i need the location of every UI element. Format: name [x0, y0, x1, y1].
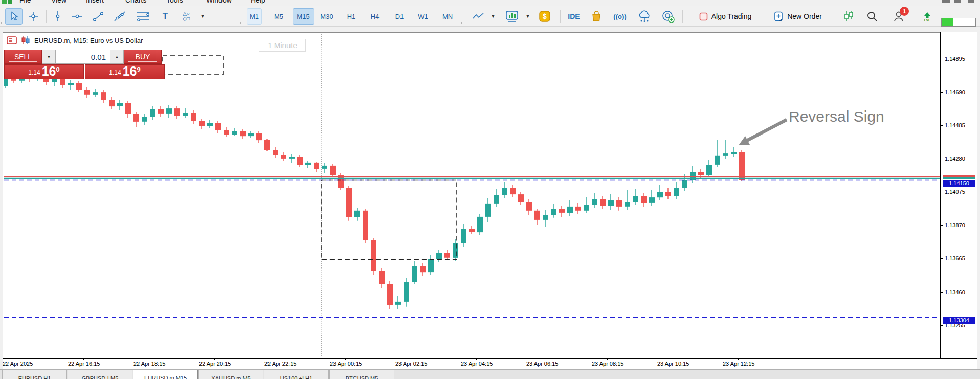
ask-price-display: 1.14 16 9	[85, 64, 165, 79]
menu-tools[interactable]: Tools	[166, 0, 183, 4]
signals-button[interactable]: ((o))	[609, 8, 631, 25]
mini-candles-icon[interactable]	[21, 36, 30, 44]
profile-button[interactable]: 1	[890, 8, 908, 25]
timeframe-d1[interactable]: D1	[392, 8, 407, 25]
timeframe-m1[interactable]: M1	[247, 8, 262, 25]
timeframe-m30[interactable]: M30	[316, 8, 338, 25]
indicators-button[interactable]	[501, 8, 523, 25]
sell-button[interactable]: SELL	[4, 50, 42, 64]
time-label: 23 Apr 00:15	[330, 361, 362, 367]
chart-tab-btcusd-m5[interactable]: BTCUSD,M5	[329, 370, 394, 379]
menu-window[interactable]: Window	[206, 0, 232, 4]
price-axis[interactable]: 1.148951.146901.144851.142801.140751.138…	[940, 32, 977, 358]
price-tick: 1.14280	[941, 155, 977, 162]
time-tick	[280, 359, 280, 360]
fibo-lines-tool-button[interactable]	[132, 8, 154, 25]
depth-candles-icon	[842, 10, 855, 23]
time-label: 22 Apr 20:15	[199, 361, 231, 367]
toolbar-grip[interactable]	[461, 10, 463, 24]
chevron-down-icon: ▼	[491, 14, 496, 19]
time-axis[interactable]: 22 Apr 202522 Apr 16:1522 Apr 18:1522 Ap…	[3, 358, 977, 369]
ide-label: IDE	[568, 12, 580, 20]
chart-type-dropdown[interactable]: ▼	[489, 8, 497, 25]
chevron-down-icon: ▼	[201, 14, 205, 19]
chart-tab-xauusd-m-m5[interactable]: XAUUSD.m,M5	[198, 370, 263, 379]
trendline-tool-button[interactable]	[88, 8, 108, 25]
volume-down-button[interactable]: ▼	[42, 50, 56, 64]
community-icon	[661, 10, 675, 23]
indicators-dropdown[interactable]: ▼	[524, 8, 532, 25]
channel-tool-button[interactable]	[109, 8, 130, 25]
algo-trading-button[interactable]: Algo Trading	[687, 8, 763, 25]
dollar-button[interactable]: $	[536, 8, 553, 25]
timeframe-h1[interactable]: H1	[344, 8, 359, 25]
toolbar-separator	[835, 10, 835, 23]
time-tick	[149, 359, 149, 360]
depth-of-market-button[interactable]	[840, 8, 857, 25]
time-label: 23 Apr 06:15	[526, 361, 558, 367]
menu-help[interactable]: Help	[251, 0, 265, 4]
svg-text:$: $	[543, 12, 547, 20]
search-button[interactable]	[863, 8, 881, 25]
chart-title: EURUSD.m, M15: Euro vs US Dollar	[34, 37, 143, 44]
close-button[interactable]	[968, 0, 974, 3]
chart-tab-eurusd-m-m15[interactable]: EURUSD.m,M15	[133, 370, 198, 379]
market-bag-icon	[591, 10, 602, 23]
shapes-dropdown[interactable]: ▼	[198, 8, 207, 25]
vertical-line-tool-button[interactable]	[49, 8, 66, 25]
price-tick: 1.14075	[941, 189, 977, 195]
time-tick	[607, 359, 608, 360]
horizontal-line-tool-button[interactable]	[69, 8, 86, 25]
maximize-button[interactable]	[954, 0, 961, 3]
level-button[interactable]: LVL	[924, 12, 931, 22]
one-click-trading-panel: SELL ▼ 0.01 ▲ BUY 1.14 16 0 1.14 16 9	[4, 50, 165, 79]
chevron-down-icon: ▼	[47, 55, 51, 59]
shapes-tool-button[interactable]: △○◇□	[176, 8, 196, 25]
volume-field[interactable]: 0.01	[56, 50, 110, 64]
app-logo-icon	[8, 0, 12, 4]
bid-price-main: 1.14	[28, 69, 40, 78]
algo-trading-label: Algo Trading	[711, 12, 752, 20]
depth-list-icon[interactable]	[7, 36, 17, 44]
chart-tab-gbpusd-i-m5[interactable]: GBPUSD-I,M5	[68, 370, 132, 379]
timeframe-m5[interactable]: M5	[271, 8, 286, 25]
level-label: LVL	[924, 18, 931, 22]
price-tick: 1.14690	[941, 89, 977, 95]
timeframe-m15[interactable]: M15	[293, 8, 314, 25]
market-button[interactable]	[587, 8, 606, 25]
text-tool-icon: T	[163, 11, 168, 21]
volume-up-button[interactable]: ▲	[110, 50, 124, 64]
chart-tab-eurusd-h1[interactable]: EURUSD,H1	[2, 370, 67, 379]
crosshair-tool-button[interactable]	[25, 8, 42, 25]
timeframe-w1[interactable]: W1	[415, 8, 431, 25]
menu-view[interactable]: View	[51, 0, 66, 4]
cursor-tool-button[interactable]	[5, 8, 23, 25]
new-order-button[interactable]: New Order	[765, 8, 831, 25]
chart-tab-us100-i-h1[interactable]: US100,+I,H1	[264, 370, 329, 379]
timeframe-mn[interactable]: MN	[439, 8, 456, 25]
time-tick	[18, 359, 18, 360]
menu-insert[interactable]: Insert	[86, 0, 104, 4]
buy-button[interactable]: BUY	[124, 50, 162, 64]
timeframe-h4[interactable]: H4	[367, 8, 383, 25]
menu-charts[interactable]: Charts	[125, 0, 146, 4]
minimize-button[interactable]	[942, 0, 950, 3]
chart-type-button[interactable]	[469, 8, 488, 25]
community-button[interactable]	[658, 8, 678, 25]
cloud-icon	[637, 10, 652, 23]
app-logo-icon	[2, 0, 7, 4]
toolbar-grip[interactable]	[240, 10, 242, 24]
menu-file[interactable]: File	[19, 0, 31, 4]
time-tick	[542, 359, 542, 360]
new-order-icon	[774, 11, 784, 22]
text-tool-button[interactable]: T	[157, 8, 174, 25]
toolbar-grip[interactable]	[1, 10, 3, 24]
ide-button[interactable]: IDE	[564, 8, 584, 25]
current-price-badge: 1.14150	[943, 180, 975, 187]
chart-window[interactable]	[3, 32, 977, 379]
vps-button[interactable]	[634, 8, 655, 25]
time-tick	[476, 359, 477, 360]
timeframe-tooltip: 1 Minute	[259, 39, 306, 52]
bid-price-pips: 16	[42, 65, 56, 78]
channel-icon	[114, 11, 126, 22]
